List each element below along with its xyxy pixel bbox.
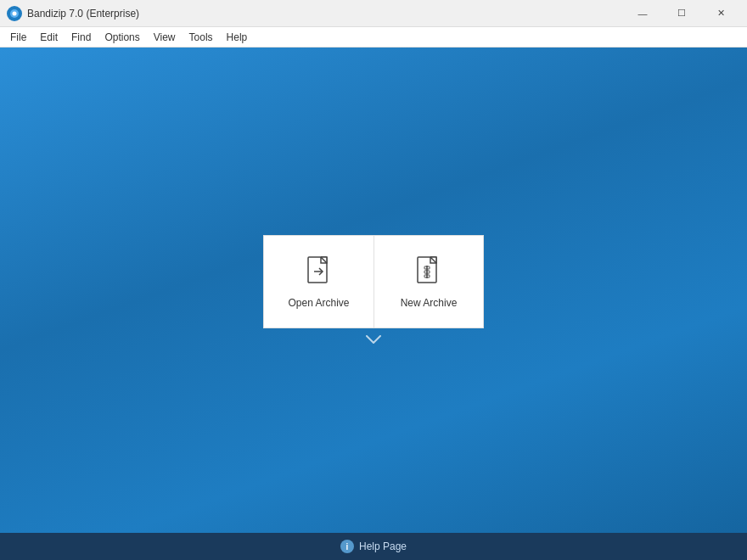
new-archive-icon [412, 255, 446, 288]
menu-item-edit[interactable]: Edit [33, 27, 65, 47]
menu-item-help[interactable]: Help [220, 27, 255, 47]
open-archive-card[interactable]: Open Archive [263, 235, 374, 328]
new-archive-card[interactable]: New Archive [374, 235, 484, 328]
title-controls: — ☐ ✕ [623, 0, 740, 27]
title-text: Bandizip 7.0 (Enterprise) [27, 8, 139, 20]
status-bar-label: Help Page [359, 540, 407, 552]
open-archive-icon [302, 255, 336, 288]
chevron-area[interactable] [365, 333, 382, 345]
menu-bar: FileEditFindOptionsViewToolsHelp [0, 27, 747, 48]
main-area: Open Archive New Archive [0, 48, 747, 533]
open-archive-label: Open Archive [288, 297, 349, 309]
info-icon: i [340, 540, 354, 553]
menu-item-find[interactable]: Find [65, 27, 98, 47]
title-bar: Bandizip 7.0 (Enterprise) — ☐ ✕ [0, 0, 747, 27]
chevron-down-icon [365, 333, 382, 345]
title-bar-left: Bandizip 7.0 (Enterprise) [7, 6, 139, 21]
menu-item-tools[interactable]: Tools [183, 27, 220, 47]
minimize-button[interactable]: — [623, 0, 662, 27]
app-icon [7, 6, 22, 21]
status-bar[interactable]: i Help Page [0, 533, 747, 560]
svg-point-2 [13, 11, 17, 15]
menu-item-file[interactable]: File [3, 27, 33, 47]
close-button[interactable]: ✕ [701, 0, 740, 27]
action-cards: Open Archive New Archive [263, 235, 484, 328]
maximize-button[interactable]: ☐ [662, 0, 701, 27]
new-archive-label: New Archive [401, 297, 458, 309]
menu-item-view[interactable]: View [147, 27, 183, 47]
menu-item-options[interactable]: Options [98, 27, 146, 47]
